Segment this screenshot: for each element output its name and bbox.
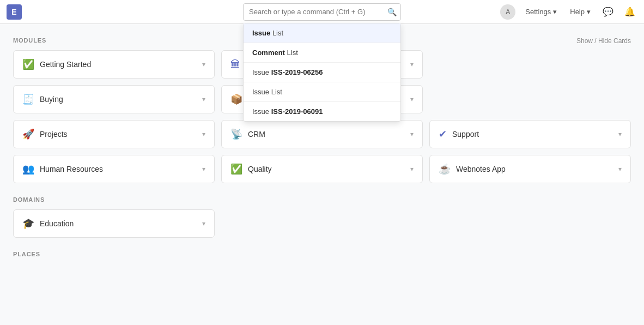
crm-label: CRM	[248, 130, 410, 139]
settings-button[interactable]: Settings ▾	[522, 5, 560, 18]
app-icon[interactable]: E	[7, 4, 22, 20]
dropdown-item-bold-1: Issue	[252, 29, 270, 37]
education-label: Education	[40, 219, 202, 228]
notification-icon-button[interactable]: 🔔	[622, 4, 637, 19]
projects-icon: 🚀	[22, 128, 34, 140]
getting-started-icon: ✅	[22, 58, 34, 70]
buying-chevron-icon: ▾	[202, 95, 205, 103]
education-chevron-icon: ▾	[202, 220, 205, 227]
accounting-chevron-icon: ▾	[410, 61, 414, 68]
domains-grid: 🎓 Education ▾	[13, 209, 631, 238]
quality-icon: ✅	[230, 163, 242, 175]
navbar: E 🔍 Issue List Comment List Issue ISS-20…	[0, 0, 644, 24]
dropdown-item-bold-5: ISS-2019-06091	[271, 107, 323, 116]
dropdown-item-prefix-3: Issue	[252, 68, 271, 76]
webnotes-chevron-icon: ▾	[618, 165, 622, 173]
module-card-projects[interactable]: 🚀 Projects ▾	[13, 120, 215, 148]
stock-icon: 📦	[230, 93, 242, 105]
help-label: Help	[570, 8, 585, 16]
navbar-center: 🔍 Issue List Comment List Issue ISS-2019…	[243, 3, 401, 21]
places-label-text: PLACES	[13, 251, 40, 257]
dropdown-item-prefix-4: Issue	[252, 88, 271, 96]
avatar: A	[500, 4, 515, 20]
dropdown-item-text-1: List	[272, 29, 283, 37]
human-resources-chevron-icon: ▾	[202, 165, 205, 173]
quality-chevron-icon: ▾	[410, 165, 414, 173]
getting-started-chevron-icon: ▾	[202, 61, 205, 68]
dropdown-item-bold-3: ISS-2019-06256	[271, 68, 323, 76]
settings-chevron-icon: ▾	[553, 8, 557, 16]
crm-icon: 📡	[230, 128, 242, 140]
crm-chevron-icon: ▾	[410, 130, 414, 138]
dropdown-item-comment-list[interactable]: Comment List	[244, 43, 400, 63]
module-card-webnotes[interactable]: ☕ Webnotes App ▾	[429, 155, 631, 183]
places-section-label: PLACES	[13, 251, 631, 257]
help-button[interactable]: Help ▾	[567, 5, 594, 18]
buying-icon: 🧾	[22, 93, 34, 105]
support-chevron-icon: ▾	[618, 130, 622, 138]
dropdown-item-text-2: List	[287, 49, 298, 57]
domains-section-label: DOMAINS	[13, 196, 631, 203]
dropdown-item-issue-list-1[interactable]: Issue List	[244, 23, 400, 43]
education-icon: 🎓	[22, 218, 34, 230]
help-chevron-icon: ▾	[587, 8, 591, 16]
human-resources-label: Human Resources	[40, 165, 202, 173]
navbar-right: A Settings ▾ Help ▾ 💬 🔔	[500, 4, 637, 20]
show-hide-cards-link[interactable]: Show / Hide Cards	[576, 37, 631, 45]
modules-label-text: MODULES	[13, 37, 46, 44]
search-icon-button[interactable]: 🔍	[387, 8, 397, 16]
human-resources-icon: 👥	[22, 163, 34, 175]
webnotes-icon: ☕	[439, 163, 451, 175]
chat-icon-button[interactable]: 💬	[600, 4, 616, 19]
search-wrapper: 🔍 Issue List Comment List Issue ISS-2019…	[243, 3, 401, 21]
module-card-getting-started[interactable]: ✅ Getting Started ▾	[13, 50, 215, 79]
projects-chevron-icon: ▾	[202, 130, 205, 138]
dropdown-item-iss-06091[interactable]: Issue ISS-2019-06091	[244, 102, 400, 121]
navbar-left: E	[7, 4, 22, 20]
module-card-support[interactable]: ✔ Support ▾	[429, 120, 631, 148]
buying-label: Buying	[40, 95, 202, 104]
search-input[interactable]	[243, 3, 401, 21]
webnotes-label: Webnotes App	[456, 165, 618, 173]
support-label: Support	[452, 130, 618, 139]
getting-started-label: Getting Started	[40, 60, 202, 69]
support-icon: ✔	[439, 128, 447, 140]
accounting-icon: 🏛	[230, 59, 240, 70]
settings-label: Settings	[525, 8, 551, 16]
stock-chevron-icon: ▾	[410, 95, 414, 103]
module-card-buying[interactable]: 🧾 Buying ▾	[13, 85, 215, 113]
quality-label: Quality	[248, 165, 410, 173]
dropdown-item-text-4: List	[271, 88, 282, 96]
module-card-quality[interactable]: ✅ Quality ▾	[221, 155, 423, 183]
module-card-crm[interactable]: 📡 CRM ▾	[221, 120, 423, 148]
projects-label: Projects	[40, 130, 202, 139]
module-card-human-resources[interactable]: 👥 Human Resources ▾	[13, 155, 215, 183]
dropdown-item-issue-list-2[interactable]: Issue List	[244, 82, 400, 102]
dropdown-item-prefix-5: Issue	[252, 107, 271, 116]
module-card-education[interactable]: 🎓 Education ▾	[13, 209, 215, 238]
dropdown-item-bold-2: Comment	[252, 49, 285, 57]
search-dropdown: Issue List Comment List Issue ISS-2019-0…	[243, 23, 401, 122]
dropdown-item-iss-06256[interactable]: Issue ISS-2019-06256	[244, 63, 400, 82]
domains-label-text: DOMAINS	[13, 196, 45, 203]
